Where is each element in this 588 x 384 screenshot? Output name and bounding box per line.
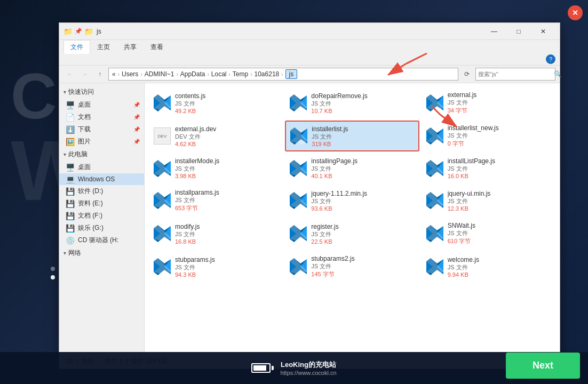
bottom-url: https://www.cocokl.cn — [280, 370, 336, 376]
sidebar-item-pictures[interactable]: 🖼️ 图片 📌 — [59, 135, 144, 148]
minimize-button[interactable]: — — [482, 23, 506, 40]
vscode-icon-welcome — [426, 258, 443, 275]
dots-indicator — [51, 267, 55, 279]
file-item-installing[interactable]: installingPage.js JS 文件 40.1 KB — [285, 154, 419, 183]
search-input[interactable] — [478, 71, 552, 77]
path-temp[interactable]: Temp — [233, 70, 248, 78]
path-hash[interactable]: 10a6218 — [255, 70, 280, 78]
file-type-external: JS 文件 — [448, 99, 551, 107]
ribbon-actions: ? — [59, 53, 560, 65]
file-item-modify[interactable]: modify.js JS 文件 16.8 KB — [149, 218, 283, 249]
file-type-dorepair: JS 文件 — [311, 100, 414, 108]
tab-home[interactable]: 主页 — [90, 40, 117, 54]
drive-f-icon: 💾 — [66, 212, 75, 220]
refresh-button[interactable]: ⟳ — [460, 68, 473, 81]
file-item-externaldev[interactable]: DEV external.js.dev DEV 文件 4.62 KB — [149, 121, 283, 151]
path-admin[interactable]: ADMINI~1 — [145, 70, 174, 78]
title-folder-icon: 📁 — [63, 27, 73, 36]
sidebar-downloads-label: 下载 — [78, 125, 91, 134]
file-type-externaldev: DEV 文件 — [175, 133, 278, 141]
file-type-stubparams: JS 文件 — [175, 263, 278, 271]
file-item-contents[interactable]: contents.js JS 文件 49.2 KB — [149, 87, 283, 118]
vscode-icon-snwait — [426, 225, 443, 242]
vscode-icon-jqueryui — [426, 192, 443, 209]
dot-1 — [51, 267, 55, 271]
sidebar-desktop-label: 桌面 — [78, 100, 91, 109]
file-item-installermode[interactable]: installerMode.js JS 文件 3.98 KB — [149, 154, 283, 183]
address-path[interactable]: « › Users › ADMINI~1 › AppData › Local ›… — [108, 68, 458, 81]
file-item-installernew[interactable]: installerlist_new.js JS 文件 0 字节 — [422, 121, 555, 151]
file-type-installerlist: JS 文件 — [312, 133, 414, 141]
maximize-button[interactable]: □ — [506, 23, 531, 40]
sidebar-item-docs-quick[interactable]: 📄 文档 📌 — [59, 111, 144, 123]
file-type-stubparams2: JS 文件 — [311, 262, 414, 270]
file-size-modify: 16.8 KB — [175, 238, 278, 245]
bottom-text: LeoKing的充电站 https://www.cocokl.cn — [280, 360, 336, 376]
file-name-dorepair: doRepairRemove.js — [311, 92, 414, 100]
file-item-stubparams2[interactable]: stubparams2.js JS 文件 145 字节 — [285, 251, 419, 282]
file-item-dorepair[interactable]: doRepairRemove.js JS 文件 10.7 KB — [285, 87, 419, 118]
sidebar-item-docs-drive[interactable]: 💾 文档 (F:) — [59, 210, 144, 222]
path-js[interactable]: js — [285, 69, 298, 79]
next-button[interactable]: Next — [506, 353, 580, 379]
help-icon[interactable]: ? — [546, 54, 555, 64]
ribbon-tabs: 文件 主页 共享 查看 — [59, 40, 560, 53]
tab-share[interactable]: 共享 — [117, 40, 144, 54]
windows-icon: 💻 — [66, 175, 75, 183]
file-type-jquery: JS 文件 — [311, 197, 414, 205]
up-button[interactable]: ↑ — [93, 68, 106, 81]
file-info-installermode: installerMode.js JS 文件 3.98 KB — [175, 157, 278, 179]
tab-view[interactable]: 查看 — [144, 40, 170, 54]
file-item-register[interactable]: register.js JS 文件 22.5 KB — [285, 218, 419, 249]
file-size-welcome: 9.94 KB — [448, 271, 551, 278]
file-info-installernew: installerlist_new.js JS 文件 0 字节 — [448, 124, 551, 148]
file-item-installlist[interactable]: installListPage.js JS 文件 16.0 KB — [422, 154, 555, 183]
window-title: js — [97, 28, 482, 35]
path-users-label[interactable]: Users — [122, 70, 138, 78]
file-item-jquery[interactable]: jquery-1.11.2.min.js JS 文件 93.6 KB — [285, 185, 419, 216]
path-users[interactable]: « — [112, 70, 116, 78]
sidebar-item-software[interactable]: 💾 软件 (D:) — [59, 185, 144, 197]
vscode-icon-installermode — [154, 160, 171, 177]
path-local[interactable]: Local — [211, 70, 227, 78]
file-item-stubparams[interactable]: stubparams.js JS 文件 94.3 KB — [149, 251, 283, 282]
file-item-external[interactable]: external.js JS 文件 34 字节 — [422, 87, 555, 118]
sidebar-network-header[interactable]: ▾ 网络 — [59, 246, 144, 260]
file-item-jqueryui[interactable]: jquery-ui.min.js JS 文件 12.3 KB — [422, 185, 555, 216]
sidebar-item-data[interactable]: 💾 资料 (E:) — [59, 197, 144, 210]
battery-body — [251, 363, 271, 373]
sidebar-thispc-header[interactable]: ▾ 此电脑 — [59, 148, 144, 161]
file-info-stubparams: stubparams.js JS 文件 94.3 KB — [175, 256, 278, 278]
chevron-icon2: ▾ — [63, 151, 66, 157]
download-icon: ⬇️ — [66, 125, 75, 134]
window-close-button[interactable]: ✕ — [531, 23, 555, 40]
file-type-welcome: JS 文件 — [448, 263, 551, 271]
sidebar-item-cd[interactable]: 💿 CD 驱动器 (H: — [59, 234, 144, 246]
sidebar-quickaccess-header[interactable]: ▾ 快速访问 — [59, 85, 144, 99]
close-circle-button[interactable]: ✕ — [568, 5, 583, 20]
sidebar-item-windows[interactable]: 💻 Windows OS — [59, 173, 144, 185]
back-button[interactable]: ← — [63, 68, 76, 81]
path-appdata[interactable]: AppData — [180, 70, 205, 78]
file-item-welcome[interactable]: welcome.js JS 文件 9.94 KB — [422, 251, 555, 282]
address-bar: ← → ↑ « › Users › ADMINI~1 › AppData › L… — [59, 66, 560, 83]
vscode-icon-jquery — [290, 192, 307, 209]
pin-icon: 📌 — [133, 102, 140, 108]
tab-file[interactable]: 文件 — [63, 40, 90, 54]
forward-button[interactable]: → — [78, 68, 91, 81]
vscode-icon-installing — [290, 160, 307, 177]
file-size-stubparams: 94.3 KB — [175, 271, 278, 278]
thispc-label: 此电脑 — [68, 150, 88, 159]
file-item-installparams[interactable]: installparams.js JS 文件 653 字节 — [149, 185, 283, 216]
search-icon[interactable]: 🔍 — [554, 70, 562, 78]
sidebar-item-desktop-pc[interactable]: 🖥️ 桌面 — [59, 161, 144, 173]
sidebar-item-downloads[interactable]: ⬇️ 下载 📌 — [59, 123, 144, 135]
sidebar-item-entertainment[interactable]: 💾 娱乐 (G:) — [59, 222, 144, 234]
file-item-snwait[interactable]: SNWait.js JS 文件 610 字节 — [422, 218, 555, 249]
vscode-icon-installernew — [426, 127, 443, 145]
file-name-installparams: installparams.js — [175, 189, 278, 196]
sidebar-item-desktop-quick[interactable]: 🖥️ 桌面 📌 — [59, 99, 144, 111]
file-type-contents: JS 文件 — [175, 100, 278, 108]
file-name-jqueryui: jquery-ui.min.js — [448, 190, 551, 197]
file-item-installerlist[interactable]: installerlist.js JS 文件 319 KB — [285, 121, 419, 151]
